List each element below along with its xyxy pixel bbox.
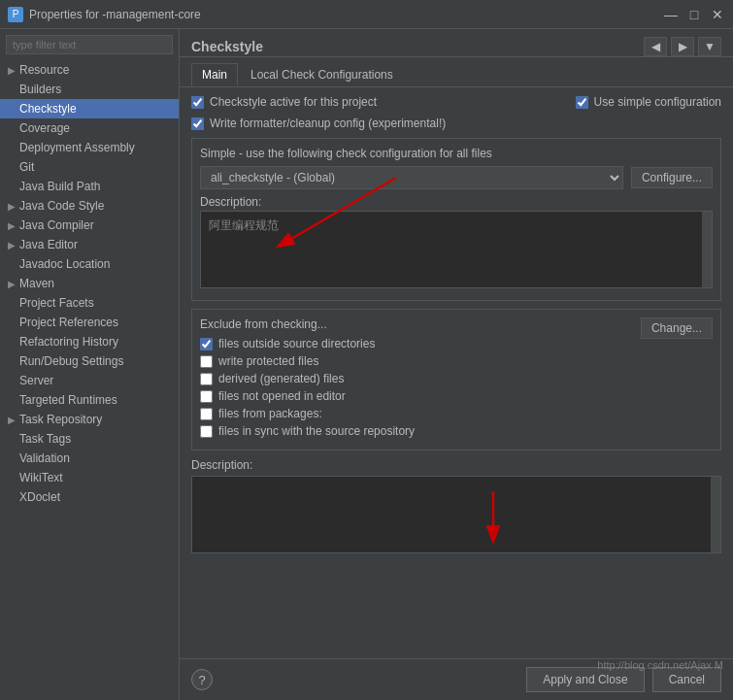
change-button[interactable]: Change... <box>641 317 713 339</box>
sidebar-item-validation[interactable]: Validation <box>0 449 179 468</box>
tab-local-check-configurations[interactable]: Local Check Configurations <box>240 63 404 86</box>
sidebar-item-project-facets[interactable]: Project Facets <box>0 293 179 313</box>
sidebar-item-label: Run/Debug Settings <box>19 354 123 368</box>
exclude-row-1: write protected files <box>200 354 641 368</box>
title-bar-text: Properties for -management-core <box>29 8 663 21</box>
use-simple-config-checkbox[interactable] <box>576 96 588 109</box>
filter-input[interactable] <box>6 35 173 54</box>
sidebar-item-label: Refactoring History <box>19 335 118 349</box>
exclude-label-1: write protected files <box>218 354 318 368</box>
arrow-icon: ▶ <box>8 279 16 289</box>
sidebar-item-label: Maven <box>19 277 54 290</box>
sidebar-item-label: Builders <box>19 83 61 96</box>
nav-menu-button[interactable]: ▼ <box>698 37 721 56</box>
nav-forward-button[interactable]: ▶ <box>671 37 694 56</box>
content-area: Checkstyle ◀ ▶ ▼ Main Local Check Config… <box>180 29 733 700</box>
tabs-bar: Main Local Check Configurations <box>180 57 733 87</box>
sidebar-item-label: Project References <box>19 316 118 329</box>
exclude-row-2: derived (generated) files <box>200 372 641 385</box>
footer: ? Apply and Close Cancel <box>180 658 733 700</box>
sidebar-item-xdoclet[interactable]: XDoclet <box>0 487 179 507</box>
sidebar-item-label: Java Editor <box>19 238 78 251</box>
exclude-row-4: files from packages: <box>200 407 641 420</box>
sidebar-item-label: Java Code Style <box>19 199 104 213</box>
help-button[interactable]: ? <box>191 669 213 690</box>
exclude-checkbox-4[interactable] <box>200 408 213 420</box>
exclude-label-0: files outside source directories <box>218 337 375 350</box>
close-button[interactable]: ✕ <box>710 7 725 22</box>
exclude-section-title: Exclude from checking... <box>200 317 641 331</box>
exclude-checkbox-3[interactable] <box>200 390 213 403</box>
sidebar-item-wikitext[interactable]: WikiText <box>0 468 179 487</box>
sidebar-item-task-repository[interactable]: ▶ Task Repository <box>0 410 179 429</box>
sidebar-item-targeted-runtimes[interactable]: Targeted Runtimes <box>0 390 179 410</box>
arrow-icon: ▶ <box>8 201 16 212</box>
nav-back-button[interactable]: ◀ <box>644 37 667 56</box>
sidebar-item-maven[interactable]: ▶ Maven <box>0 274 179 293</box>
exclude-section: Exclude from checking... files outside s… <box>191 309 721 450</box>
main-layout: ▶ Resource Builders Checkstyle Coverage … <box>0 29 733 700</box>
arrow-icon: ▶ <box>8 240 16 250</box>
sidebar-item-task-tags[interactable]: Task Tags <box>0 429 179 449</box>
sidebar-item-label: Task Repository <box>19 413 102 426</box>
apply-close-button[interactable]: Apply and Close <box>526 667 644 692</box>
exclude-right: Change... <box>641 317 713 339</box>
sidebar-item-server[interactable]: Server <box>0 371 179 390</box>
arrow-icon: ▶ <box>8 220 16 231</box>
exclude-checkbox-5[interactable] <box>200 425 213 438</box>
exclude-checkbox-1[interactable] <box>200 355 213 368</box>
sidebar-item-javadoc-location[interactable]: Javadoc Location <box>0 254 179 274</box>
sidebar-item-deployment-assembly[interactable]: Deployment Assembly <box>0 138 179 157</box>
config-dropdown[interactable]: ali_checkstyle - (Global) <box>200 166 623 189</box>
description-scrollbar-2[interactable] <box>711 477 720 552</box>
tab-main[interactable]: Main <box>191 63 238 86</box>
sidebar-item-label: Coverage <box>19 121 70 135</box>
write-formatter-label: Write formatter/cleanup config (experime… <box>210 117 446 130</box>
sidebar-item-java-code-style[interactable]: ▶ Java Code Style <box>0 196 179 216</box>
sidebar-item-checkstyle[interactable]: Checkstyle <box>0 99 179 118</box>
description-text-1: 阿里编程规范 <box>205 216 708 236</box>
sidebar-item-java-build-path[interactable]: Java Build Path <box>0 177 179 196</box>
nav-buttons: ◀ ▶ ▼ <box>644 37 721 56</box>
sidebar-item-label: Deployment Assembly <box>19 141 135 154</box>
red-arrow-annotation-2 <box>464 486 522 545</box>
description-box-1: 阿里编程规范 <box>200 211 713 288</box>
use-simple-config-row: Use simple configuration <box>576 95 721 109</box>
app-icon: P <box>8 7 23 22</box>
write-formatter-row: Write formatter/cleanup config (experime… <box>191 117 721 130</box>
sidebar-item-label: Validation <box>19 451 70 465</box>
sidebar-item-refactoring-history[interactable]: Refactoring History <box>0 332 179 351</box>
description-label-2: Description: <box>191 458 721 472</box>
arrow-icon: ▶ <box>8 415 16 425</box>
exclude-items: Exclude from checking... files outside s… <box>200 317 641 442</box>
form-content: Checkstyle active for this project Use s… <box>180 87 733 658</box>
exclude-label-3: files not opened in editor <box>218 389 346 403</box>
simple-section: Simple - use the following check configu… <box>191 138 721 301</box>
exclude-checkbox-2[interactable] <box>200 373 213 385</box>
cancel-button[interactable]: Cancel <box>652 667 721 692</box>
maximize-button[interactable]: □ <box>686 7 702 22</box>
sidebar-item-builders[interactable]: Builders <box>0 80 179 99</box>
exclude-label-5: files in sync with the source repository <box>218 424 415 438</box>
sidebar-item-java-compiler[interactable]: ▶ Java Compiler <box>0 216 179 235</box>
sidebar-item-git[interactable]: Git <box>0 157 179 177</box>
sidebar-item-coverage[interactable]: Coverage <box>0 118 179 138</box>
sidebar: ▶ Resource Builders Checkstyle Coverage … <box>0 29 180 700</box>
minimize-button[interactable]: — <box>663 7 679 22</box>
footer-left: ? <box>191 669 518 690</box>
sidebar-item-run-debug-settings[interactable]: Run/Debug Settings <box>0 351 179 371</box>
exclude-checkbox-0[interactable] <box>200 338 213 350</box>
sidebar-item-label: WikiText <box>19 471 63 484</box>
sidebar-item-java-editor[interactable]: ▶ Java Editor <box>0 235 179 254</box>
arrow-icon: ▶ <box>8 65 16 76</box>
description-scrollbar-1[interactable] <box>702 212 712 287</box>
sidebar-item-resource[interactable]: ▶ Resource <box>0 60 179 80</box>
sidebar-item-label: Resource <box>19 63 69 77</box>
sidebar-item-label: Javadoc Location <box>19 257 110 271</box>
checkstyle-active-checkbox[interactable] <box>191 96 204 109</box>
sidebar-item-label: Java Build Path <box>19 180 100 193</box>
exclude-row-3: files not opened in editor <box>200 389 641 403</box>
configure-button[interactable]: Configure... <box>631 167 713 188</box>
write-formatter-checkbox[interactable] <box>191 117 204 130</box>
sidebar-item-project-references[interactable]: Project References <box>0 313 179 332</box>
